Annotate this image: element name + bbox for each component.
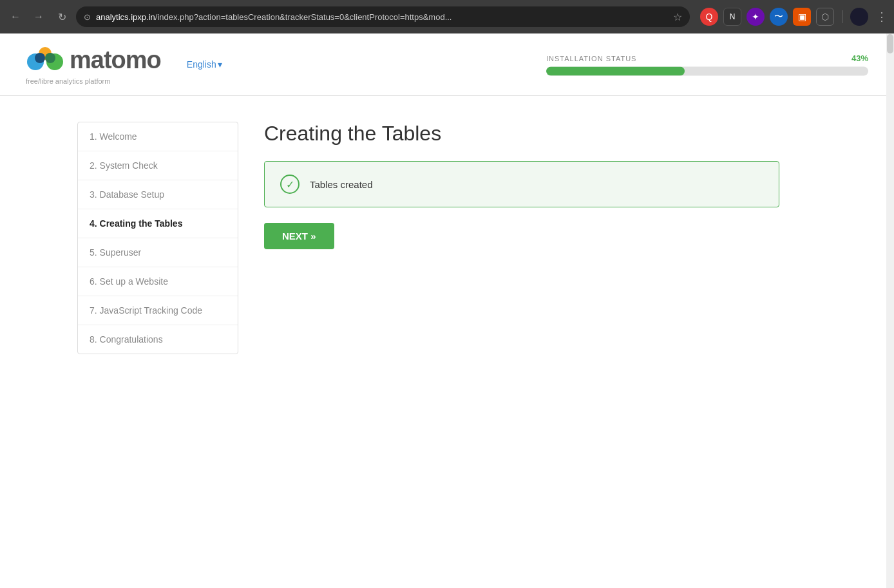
language-dropdown-icon: ▾ <box>218 59 222 70</box>
sidebar: 1. Welcome 2. System Check 3. Database S… <box>77 122 238 354</box>
installation-status-percent: 43% <box>851 53 868 63</box>
logo-image: matomo <box>26 44 161 76</box>
ext-icon-1[interactable]: Q <box>700 8 718 26</box>
installation-status-area: Installation Status 43% <box>546 53 868 76</box>
extensions-area: Q N ✦ 〜 ▣ ⬡ ⋮ <box>700 8 888 26</box>
ext-icon-3[interactable]: ✦ <box>747 8 765 26</box>
sidebar-item-superuser[interactable]: 5. Superuser <box>78 238 238 267</box>
bookmark-icon[interactable]: ☆ <box>673 11 682 23</box>
language-selector[interactable]: English ▾ <box>187 59 222 70</box>
sidebar-item-congratulations[interactable]: 8. Congratulations <box>78 325 238 354</box>
sidebar-item-js-tracking[interactable]: 7. JavaScript Tracking Code <box>78 296 238 325</box>
browser-chrome: ← → ↻ ⊙ analytics.ipxp.in/index.php?acti… <box>0 0 894 33</box>
page-title: Creating the Tables <box>264 122 868 146</box>
forward-button[interactable]: → <box>30 8 48 26</box>
address-icon: ⊙ <box>84 12 91 22</box>
profile-avatar[interactable] <box>850 8 868 26</box>
logo-tagline: free/libre analytics platform <box>26 77 161 85</box>
ext-icon-6[interactable]: ⬡ <box>816 8 834 26</box>
address-text: analytics.ipxp.in/index.php?action=table… <box>96 12 668 22</box>
sidebar-item-set-up-website[interactable]: 6. Set up a Website <box>78 267 238 296</box>
progress-bar-track <box>546 67 868 76</box>
installation-status-label: Installation Status <box>546 54 636 62</box>
scrollbar-thumb[interactable] <box>887 34 893 53</box>
page-wrapper: matomo free/libre analytics platform Eng… <box>0 33 894 588</box>
logo-text: matomo <box>70 46 161 74</box>
svg-point-3 <box>35 53 45 63</box>
progress-bar-fill <box>546 67 685 76</box>
sidebar-item-database-setup[interactable]: 3. Database Setup <box>78 180 238 209</box>
site-header: matomo free/libre analytics platform Eng… <box>0 33 894 96</box>
svg-point-4 <box>45 53 55 63</box>
address-bar[interactable]: ⊙ analytics.ipxp.in/index.php?action=tab… <box>76 6 690 27</box>
success-check-icon: ✓ <box>280 175 300 194</box>
scrollbar-track[interactable] <box>886 33 894 588</box>
language-label: English <box>187 59 216 70</box>
back-button[interactable]: ← <box>6 8 24 26</box>
sidebar-item-creating-tables[interactable]: 4. Creating the Tables <box>78 209 238 238</box>
browser-menu-button[interactable]: ⋮ <box>876 10 888 24</box>
matomo-logo-icon <box>26 44 64 76</box>
main-content: 1. Welcome 2. System Check 3. Database S… <box>0 96 894 380</box>
divider <box>842 10 842 23</box>
success-box: ✓ Tables created <box>264 161 779 207</box>
success-message: Tables created <box>310 179 373 190</box>
logo-area: matomo free/libre analytics platform <box>26 44 161 85</box>
ext-icon-2[interactable]: N <box>723 8 741 26</box>
sidebar-item-system-check[interactable]: 2. System Check <box>78 151 238 180</box>
sidebar-item-welcome[interactable]: 1. Welcome <box>78 122 238 151</box>
ext-icon-5[interactable]: ▣ <box>793 8 811 26</box>
main-panel: Creating the Tables ✓ Tables created NEX… <box>264 122 868 354</box>
ext-icon-4[interactable]: 〜 <box>770 8 788 26</box>
next-button[interactable]: NEXT » <box>264 223 334 249</box>
reload-button[interactable]: ↻ <box>53 8 71 26</box>
installation-status-header: Installation Status 43% <box>546 53 868 63</box>
